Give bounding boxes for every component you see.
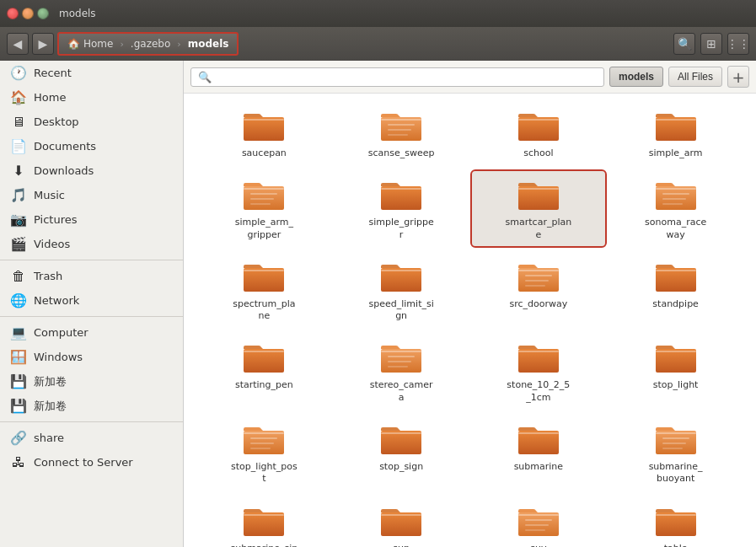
file-item[interactable]: smartcar_plane xyxy=(472,171,606,246)
file-item[interactable]: simple_gripper xyxy=(335,171,469,246)
filter-models-button[interactable]: models xyxy=(609,67,663,87)
sidebar-item-connect[interactable]: 🖧 Connect to Server xyxy=(0,450,183,475)
close-button[interactable] xyxy=(7,8,19,19)
music-icon: 🎵 xyxy=(10,187,27,203)
breadcrumb-models[interactable]: models xyxy=(183,36,234,51)
filter-all-button[interactable]: All Files xyxy=(668,67,722,87)
folder-icon xyxy=(379,421,423,458)
svg-rect-15 xyxy=(250,203,271,205)
sidebar-item-network[interactable]: 🌐 Network xyxy=(0,288,183,313)
grid-view-button[interactable]: ⋮⋮ xyxy=(727,33,749,55)
sidebar-item-windows[interactable]: 🪟 Windows xyxy=(0,345,183,369)
file-item[interactable]: sun xyxy=(335,497,469,547)
forward-button[interactable]: ▶ xyxy=(32,33,54,55)
folder-icon xyxy=(379,107,423,144)
network-icon: 🌐 xyxy=(10,292,27,308)
svg-rect-19 xyxy=(518,188,559,190)
maximize-button[interactable] xyxy=(37,8,49,19)
folder-icon xyxy=(517,421,560,458)
svg-rect-23 xyxy=(662,198,686,200)
file-item[interactable]: stone_10_2_5_1cm xyxy=(472,334,606,409)
sidebar-divider-2 xyxy=(0,316,183,317)
file-item[interactable]: scanse_sweep xyxy=(335,102,469,164)
folder-icon xyxy=(654,107,698,144)
sidebar-item-desktop[interactable]: 🖥 Desktop xyxy=(0,110,183,134)
svg-rect-8 xyxy=(518,119,559,121)
sidebar-item-share[interactable]: 🔗 share xyxy=(0,426,183,450)
desktop-icon: 🖥 xyxy=(10,114,27,130)
svg-rect-50 xyxy=(250,442,274,444)
file-item[interactable]: simple_arm_ gripper xyxy=(197,171,331,246)
svg-rect-12 xyxy=(244,188,284,190)
file-item[interactable]: submarine_ buoyant xyxy=(609,416,743,491)
list-view-button[interactable]: ⊞ xyxy=(700,33,722,55)
file-item[interactable]: submarine_sinking xyxy=(197,497,331,547)
sidebar-item-music[interactable]: 🎵 Music xyxy=(0,183,183,207)
breadcrumb-bar: 🏠 Home › .gazebo › models xyxy=(57,32,239,56)
file-label: table xyxy=(664,543,688,547)
file-item[interactable]: stop_sign xyxy=(335,416,469,491)
breadcrumb-models-label: models xyxy=(188,38,229,50)
file-item[interactable]: starting_pen xyxy=(197,334,331,409)
file-item[interactable]: src_doorway xyxy=(472,253,606,328)
sidebar-item-home[interactable]: 🏠 Home xyxy=(0,85,183,110)
file-item[interactable]: standpipe xyxy=(609,253,743,328)
connect-icon: 🖧 xyxy=(10,454,27,470)
sidebar-label-sgj1: 新加卷 xyxy=(34,374,67,389)
file-item[interactable]: saucepan xyxy=(197,102,331,164)
file-item[interactable]: speed_limit_sign xyxy=(335,253,469,328)
folder-icon xyxy=(517,107,560,144)
sidebar-item-trash[interactable]: 🗑 Trash xyxy=(0,264,183,288)
file-item[interactable]: spectrum_plane xyxy=(197,253,331,328)
file-item[interactable]: sonoma_raceway xyxy=(609,171,743,246)
file-item[interactable]: table xyxy=(609,497,743,547)
file-item[interactable]: stop_light_post xyxy=(197,416,331,491)
back-button[interactable]: ◀ xyxy=(7,33,29,55)
file-label: stone_10_2_5_1cm xyxy=(505,379,572,404)
search-toggle-button[interactable]: 🔍 xyxy=(673,33,695,55)
window-controls xyxy=(7,8,49,19)
file-item[interactable]: simple_arm xyxy=(609,102,743,164)
sidebar-item-sgj1[interactable]: 💾 新加卷 xyxy=(0,369,183,394)
svg-rect-5 xyxy=(388,129,411,131)
file-label: simple_arm_ gripper xyxy=(235,217,293,241)
svg-rect-67 xyxy=(525,519,552,521)
breadcrumb-sep-1: › xyxy=(120,39,123,50)
breadcrumb-gazebo-label: .gazebo xyxy=(131,38,170,50)
svg-rect-24 xyxy=(662,203,683,205)
search-bar: 🔍 models All Files + xyxy=(184,61,756,94)
svg-rect-54 xyxy=(518,431,559,454)
svg-rect-58 xyxy=(662,437,689,439)
minimize-button[interactable] xyxy=(22,8,34,19)
sidebar-item-videos[interactable]: 🎬 Videos xyxy=(0,232,183,256)
svg-rect-42 xyxy=(388,366,408,367)
svg-rect-51 xyxy=(250,448,271,449)
svg-rect-39 xyxy=(381,351,421,352)
search-input[interactable] xyxy=(215,71,597,83)
content-area: 🔍 models All Files + saucepan xyxy=(184,61,756,547)
svg-rect-18 xyxy=(518,186,559,210)
svg-rect-26 xyxy=(244,270,284,271)
file-item[interactable]: stereo_camera xyxy=(335,334,469,409)
sidebar-item-sgj2[interactable]: 💾 新加卷 xyxy=(0,394,183,418)
svg-rect-30 xyxy=(518,270,559,271)
file-item[interactable]: suv xyxy=(472,497,606,547)
sidebar-item-documents[interactable]: 📄 Documents xyxy=(0,134,183,158)
file-item[interactable]: submarine xyxy=(472,416,606,491)
add-button[interactable]: + xyxy=(727,66,749,88)
sidebar-item-pictures[interactable]: 📷 Pictures xyxy=(0,207,183,232)
svg-rect-45 xyxy=(656,349,696,373)
sidebar-item-downloads[interactable]: ⬇ Downloads xyxy=(0,158,183,183)
breadcrumb-gazebo[interactable]: .gazebo xyxy=(126,36,175,51)
file-item[interactable]: school xyxy=(472,102,606,164)
file-label: starting_pen xyxy=(235,379,293,391)
folder-icon xyxy=(379,258,423,295)
file-item[interactable]: stop_light xyxy=(609,334,743,409)
file-label: stop_light xyxy=(653,379,699,391)
file-label: submarine xyxy=(514,461,563,473)
svg-rect-13 xyxy=(250,193,277,195)
sidebar-item-recent[interactable]: 🕐 Recent xyxy=(0,61,183,85)
sidebar-label-recent: Recent xyxy=(34,67,72,79)
breadcrumb-home[interactable]: 🏠 Home xyxy=(62,36,118,51)
sidebar-item-computer[interactable]: 💻 Computer xyxy=(0,320,183,345)
